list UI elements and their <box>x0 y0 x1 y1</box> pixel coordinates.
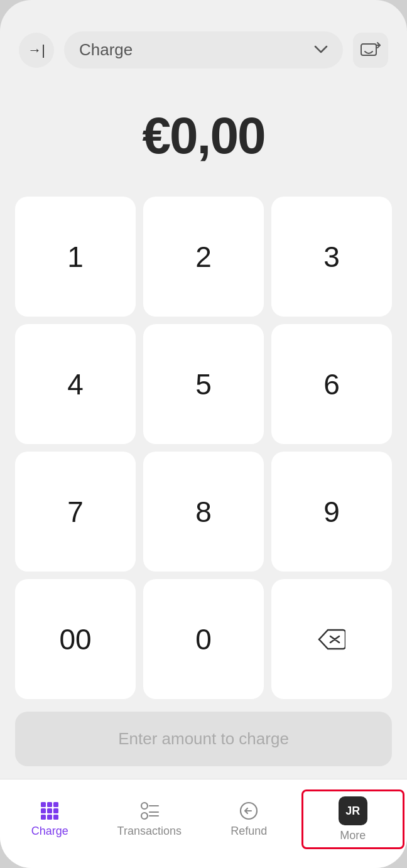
svg-rect-8 <box>47 815 52 820</box>
svg-rect-3 <box>53 802 58 807</box>
key-1[interactable]: 1 <box>15 197 136 317</box>
bottom-nav: Charge Transactions Refund JR More <box>0 779 407 868</box>
backspace-icon <box>318 629 345 650</box>
transactions-icon <box>139 801 160 821</box>
header: →| Charge <box>0 0 407 81</box>
mode-dropdown[interactable]: Charge <box>64 31 343 68</box>
key-0[interactable]: 0 <box>143 579 264 699</box>
more-avatar: JR <box>339 796 367 825</box>
card-icon <box>360 41 381 59</box>
phone-container: →| Charge €0,00 1 <box>0 0 407 868</box>
nav-label-charge: Charge <box>31 825 68 838</box>
nav-label-refund: Refund <box>231 825 267 838</box>
key-7[interactable]: 7 <box>15 452 136 572</box>
svg-rect-6 <box>53 808 58 813</box>
amount-value: €0,00 <box>142 107 264 164</box>
nav-item-refund[interactable]: Refund <box>199 796 299 843</box>
svg-point-10 <box>141 803 148 809</box>
nav-item-more[interactable]: JR More <box>301 789 405 849</box>
nav-label-transactions: Transactions <box>117 825 182 838</box>
nav-item-charge[interactable]: Charge <box>0 796 100 843</box>
keypad: 1 2 3 4 5 6 7 8 <box>0 197 407 699</box>
svg-rect-1 <box>41 802 46 807</box>
svg-point-11 <box>141 813 148 819</box>
svg-rect-9 <box>53 815 58 820</box>
key-00[interactable]: 00 <box>15 579 136 699</box>
key-5[interactable]: 5 <box>143 324 264 444</box>
back-icon: →| <box>28 42 45 58</box>
keypad-row-2: 4 5 6 <box>15 324 392 444</box>
keypad-row-4: 00 0 <box>15 579 392 699</box>
key-8[interactable]: 8 <box>143 452 264 572</box>
charge-button-container: Enter amount to charge <box>0 699 407 779</box>
charge-submit-button[interactable]: Enter amount to charge <box>15 712 392 766</box>
back-button[interactable]: →| <box>19 33 54 68</box>
svg-rect-5 <box>47 808 52 813</box>
card-reader-button[interactable] <box>353 33 388 68</box>
key-9[interactable]: 9 <box>271 452 392 572</box>
nav-label-more: More <box>340 829 366 842</box>
amount-display: €0,00 <box>0 81 407 197</box>
charge-submit-label: Enter amount to charge <box>118 729 289 748</box>
keypad-row-3: 7 8 9 <box>15 452 392 572</box>
key-3[interactable]: 3 <box>271 197 392 317</box>
key-6[interactable]: 6 <box>271 324 392 444</box>
svg-rect-2 <box>47 802 52 807</box>
key-2[interactable]: 2 <box>143 197 264 317</box>
nav-item-transactions[interactable]: Transactions <box>100 796 200 843</box>
svg-rect-7 <box>41 815 46 820</box>
key-4[interactable]: 4 <box>15 324 136 444</box>
charge-grid-icon <box>40 801 60 821</box>
refund-icon <box>239 801 259 821</box>
keypad-row-1: 1 2 3 <box>15 197 392 317</box>
dropdown-label: Charge <box>79 40 133 60</box>
key-backspace[interactable] <box>271 579 392 699</box>
chevron-down-icon <box>314 43 328 57</box>
svg-rect-4 <box>41 808 46 813</box>
